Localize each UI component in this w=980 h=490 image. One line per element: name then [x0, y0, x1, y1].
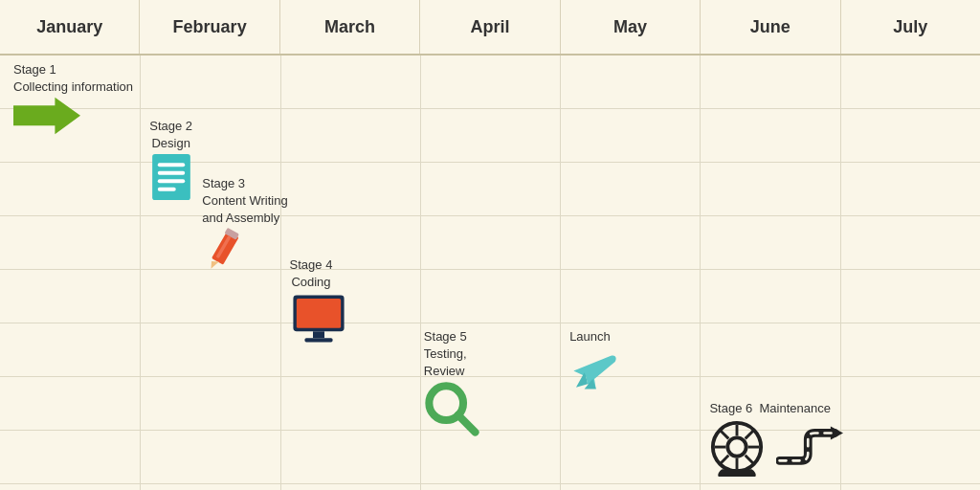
stage4-monitor-icon	[290, 291, 347, 346]
grid-row-1	[0, 56, 980, 109]
stage6-label: Stage 6 Maintenance	[709, 400, 830, 417]
stage2-label: Stage 2Design	[149, 118, 192, 152]
svg-marker-0	[13, 98, 80, 135]
month-july: July	[841, 0, 980, 54]
stage3-label: Stage 3Content Writingand Assembly	[202, 175, 287, 228]
svg-rect-1	[152, 154, 190, 200]
svg-marker-26	[831, 427, 843, 440]
grid-row-4	[0, 216, 980, 270]
stage2-document-icon	[149, 152, 193, 202]
stage5-item: Stage 5Testing,Review	[424, 328, 479, 436]
grid-row-6	[0, 323, 980, 377]
month-march: March	[280, 0, 420, 54]
stage1-arrow-icon	[13, 96, 80, 136]
launch-item: Launch	[569, 328, 619, 395]
header-row: January February March April May June Ju…	[0, 0, 980, 56]
month-february: February	[140, 0, 279, 54]
grid-row-3	[0, 163, 980, 216]
launch-label: Launch	[569, 328, 611, 345]
svg-rect-2	[158, 164, 185, 167]
month-april: April	[420, 0, 560, 54]
stage3-item: Stage 3Content Writingand Assembly	[202, 175, 287, 274]
month-june: June	[701, 0, 840, 54]
gantt-chart: January February March April May June Ju…	[0, 0, 980, 490]
stage6-road-icon	[776, 421, 843, 471]
stage4-item: Stage 4Coding	[290, 256, 347, 346]
svg-point-17	[728, 438, 746, 457]
stage4-label: Stage 4Coding	[290, 256, 333, 291]
stage1-item: Stage 1Collecting information	[13, 61, 133, 136]
stage6-icons	[709, 421, 843, 477]
stage1-label: Stage 1Collecting information	[13, 61, 133, 96]
grid-row-5	[0, 270, 980, 323]
grid-row-2	[0, 109, 980, 163]
svg-rect-11	[296, 299, 340, 328]
svg-rect-3	[158, 171, 185, 175]
month-january: January	[0, 0, 140, 54]
grid-area: Stage 1Collecting information Stage 2Des…	[0, 56, 980, 490]
stage3-pencil-icon	[202, 228, 252, 274]
svg-line-25	[721, 456, 729, 464]
svg-line-22	[721, 431, 729, 439]
stage6-item: Stage 6 Maintenance	[709, 400, 843, 477]
svg-line-23	[746, 456, 754, 464]
launch-plane-icon	[569, 345, 619, 395]
stage6-hands-icon	[709, 421, 765, 477]
svg-line-24	[746, 431, 754, 439]
stage5-label: Stage 5Testing,Review	[424, 328, 467, 381]
stage5-search-icon	[424, 381, 479, 436]
stage2-item: Stage 2Design	[149, 118, 193, 202]
svg-rect-5	[158, 188, 176, 191]
svg-line-15	[458, 414, 476, 432]
svg-rect-13	[304, 339, 332, 343]
svg-rect-12	[313, 332, 324, 339]
svg-rect-4	[158, 180, 185, 184]
month-may: May	[561, 0, 701, 54]
